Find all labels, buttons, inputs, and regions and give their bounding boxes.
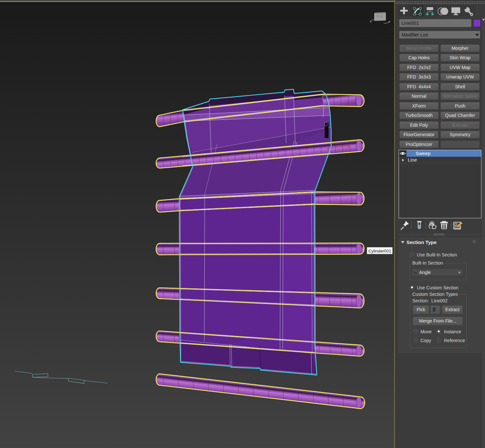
svg-text:Cylinder001: Cylinder001	[368, 249, 391, 253]
svg-text:y: y	[338, 148, 340, 152]
svg-text:X: X	[347, 144, 349, 148]
